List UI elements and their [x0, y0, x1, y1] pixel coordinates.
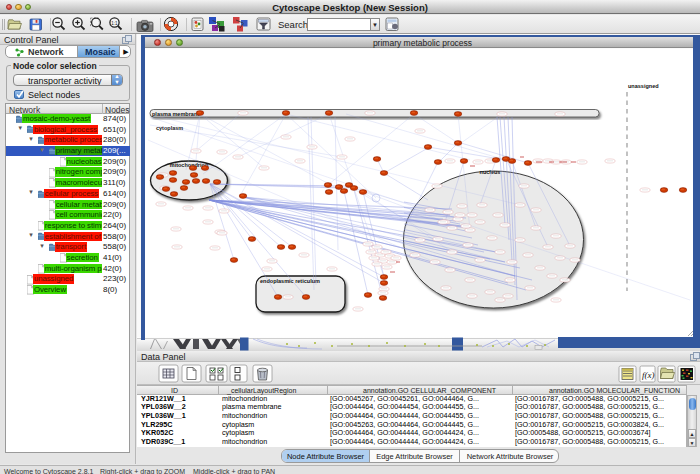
svg-text:nucleus: nucleus: [480, 169, 501, 175]
svg-text:plasma membrane: plasma membrane: [152, 111, 200, 117]
svg-text:f(x): f(x): [642, 369, 655, 379]
svg-text:Search:: Search:: [278, 19, 311, 30]
svg-text:unassigned: unassigned: [628, 83, 659, 89]
svg-text:1:1: 1:1: [111, 21, 118, 26]
